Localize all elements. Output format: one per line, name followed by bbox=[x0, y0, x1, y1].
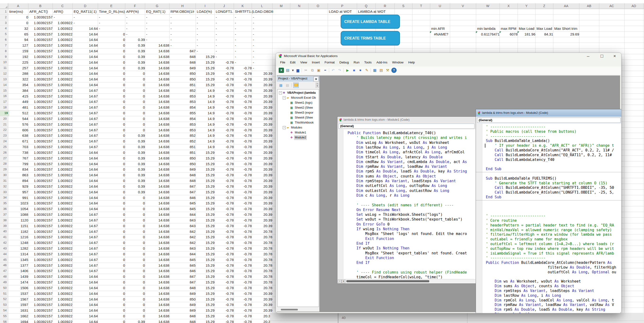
data-cell[interactable]: 1506 bbox=[8, 285, 30, 291]
column-letter[interactable]: A bbox=[17, 3, 19, 9]
data-cell[interactable]: 20.78 bbox=[252, 257, 274, 263]
data-cell[interactable]: 1.00392157 bbox=[28, 263, 54, 268]
menu-item-tools[interactable]: Tools bbox=[362, 60, 374, 66]
data-cell[interactable]: 0 bbox=[125, 223, 146, 229]
data-cell[interactable]: 0.39 bbox=[125, 138, 146, 144]
data-cell[interactable]: 20.39 bbox=[252, 200, 274, 206]
data-cell[interactable]: 14.64 bbox=[72, 76, 100, 82]
data-cell[interactable]: 0 bbox=[98, 263, 127, 268]
data-cell[interactable]: - bbox=[169, 14, 197, 20]
data-cell[interactable]: 0 bbox=[125, 263, 146, 268]
data-cell[interactable]: 20.39 bbox=[252, 138, 274, 144]
maximize-button[interactable]: □ bbox=[597, 53, 606, 59]
data-cell[interactable]: - bbox=[214, 26, 235, 31]
run-icon[interactable]: ▶ bbox=[345, 68, 350, 73]
data-cell[interactable]: - bbox=[196, 14, 216, 20]
data-cell[interactable]: 20.39 bbox=[252, 99, 274, 105]
header-cell[interactable]: AFR() bbox=[52, 9, 74, 14]
data-cell[interactable]: 848 bbox=[169, 313, 197, 319]
data-cell[interactable]: 15.29 bbox=[196, 291, 216, 297]
data-cell[interactable]: 1.003922 bbox=[52, 212, 74, 218]
data-cell[interactable]: -0.78 bbox=[234, 65, 253, 71]
data-cell[interactable]: 20.78 bbox=[252, 285, 274, 291]
project-explorer-icon[interactable]: ▦ bbox=[372, 68, 378, 73]
data-cell[interactable]: 850 bbox=[169, 71, 197, 76]
data-cell[interactable]: 0 bbox=[125, 200, 146, 206]
column-letter[interactable]: E bbox=[110, 3, 112, 9]
data-cell[interactable]: 0 bbox=[125, 110, 146, 116]
data-cell[interactable]: 1.003922 bbox=[52, 280, 74, 285]
data-cell[interactable]: 0 bbox=[98, 313, 127, 319]
module1-code-window[interactable]: lambda & trims from logs.xlsm - Module1 … bbox=[337, 116, 476, 284]
data-cell[interactable]: -0.78 bbox=[214, 195, 235, 201]
data-cell[interactable]: 14.9 bbox=[196, 105, 216, 110]
vba-editor-window[interactable]: Microsoft Visual Basic for Applications … bbox=[276, 52, 622, 313]
data-cell[interactable]: 94 bbox=[8, 37, 30, 43]
tree-item-module2[interactable]: ❖Module2 bbox=[278, 135, 319, 140]
data-cell[interactable]: 1.00392157 bbox=[28, 280, 54, 285]
data-cell[interactable]: -0.78 bbox=[214, 82, 235, 88]
data-cell[interactable]: - bbox=[169, 26, 197, 31]
data-cell[interactable]: 1.00392157 bbox=[28, 37, 54, 43]
data-cell[interactable]: - bbox=[145, 14, 170, 20]
data-cell[interactable]: - bbox=[252, 26, 274, 31]
data-cell[interactable]: 1.003922 bbox=[52, 99, 74, 105]
menu-item-debug[interactable]: Debug bbox=[337, 60, 351, 66]
data-cell[interactable]: -0.78 bbox=[234, 172, 253, 178]
data-cell[interactable]: 1.00392157 bbox=[28, 60, 54, 65]
data-cell[interactable]: 0 bbox=[125, 206, 146, 212]
data-cell[interactable]: - bbox=[98, 26, 126, 31]
data-cell[interactable]: 854 bbox=[169, 116, 197, 122]
data-cell[interactable]: 1.003922 bbox=[52, 31, 74, 37]
data-cell[interactable]: 15.29 bbox=[196, 218, 216, 223]
row-number[interactable]: 6 bbox=[0, 37, 8, 43]
data-cell[interactable]: 1.00392157 bbox=[28, 285, 54, 291]
data-cell[interactable]: 0 bbox=[98, 82, 127, 88]
data-cell[interactable]: - bbox=[252, 60, 274, 65]
data-cell[interactable]: 0 bbox=[98, 48, 127, 54]
cut-icon[interactable]: ✂ bbox=[303, 68, 308, 73]
data-cell[interactable]: 1.003922 bbox=[52, 43, 74, 48]
data-cell[interactable]: -0.78 bbox=[214, 285, 235, 291]
stat-value[interactable]: 0.61176471 bbox=[476, 31, 501, 37]
data-cell[interactable]: 0 bbox=[98, 105, 127, 110]
create-trims-table-button[interactable]: CREATE TRIMS TABLE bbox=[341, 31, 400, 45]
data-cell[interactable]: -0.78 bbox=[234, 229, 253, 235]
data-cell[interactable]: - bbox=[252, 37, 274, 43]
data-cell[interactable]: 853 bbox=[169, 99, 197, 105]
data-cell[interactable]: -0.78 bbox=[214, 60, 235, 65]
data-cell[interactable]: 1.00392157 bbox=[28, 20, 54, 26]
data-cell[interactable]: - bbox=[196, 37, 216, 43]
tree-item-sheet4shee[interactable]: ▦Sheet4 (Shee bbox=[278, 115, 319, 120]
close-button[interactable]: × bbox=[610, 53, 620, 59]
data-cell[interactable]: -0.78 bbox=[234, 133, 253, 138]
stat-value[interactable]: 6078 bbox=[500, 31, 519, 37]
data-cell[interactable]: 0 bbox=[125, 122, 146, 127]
data-cell[interactable]: -0.78 bbox=[234, 93, 253, 99]
paste-icon[interactable]: ▣ bbox=[316, 68, 321, 73]
data-cell[interactable]: 1.003922 bbox=[52, 26, 74, 31]
data-cell[interactable]: 14.67 bbox=[72, 257, 100, 263]
cell-lambda-at-wot[interactable]: LAMBDA at WOT bbox=[357, 9, 405, 14]
data-cell[interactable]: 14.9 bbox=[196, 88, 216, 93]
data-cell[interactable]: 14.638 bbox=[145, 263, 171, 268]
data-cell[interactable]: 638 bbox=[8, 133, 30, 138]
data-cell[interactable]: 14.64 bbox=[72, 172, 100, 178]
data-cell[interactable]: -0.78 bbox=[234, 127, 253, 133]
data-cell[interactable]: 15.29 bbox=[196, 54, 216, 60]
row-number[interactable]: 36 bbox=[0, 206, 8, 212]
data-cell[interactable]: 0 bbox=[98, 110, 127, 116]
data-cell[interactable]: 14.9 bbox=[196, 110, 216, 116]
column-letter[interactable]: M bbox=[280, 3, 283, 9]
data-cell[interactable]: 1.003922 bbox=[52, 37, 74, 43]
data-cell[interactable]: 1.003922 bbox=[52, 257, 74, 263]
data-cell[interactable]: 0 bbox=[125, 82, 146, 88]
data-cell[interactable]: 850 bbox=[169, 297, 197, 302]
toolbox-icon[interactable]: ⚒ bbox=[385, 68, 390, 73]
data-cell[interactable]: 32 bbox=[8, 26, 30, 31]
tree-item-sheet3expor[interactable]: ▦Sheet3 (expor bbox=[278, 110, 319, 115]
data-cell[interactable]: 0 bbox=[125, 127, 146, 133]
data-cell[interactable]: 1.00392157 bbox=[28, 76, 54, 82]
data-cell[interactable]: 14.638 bbox=[145, 200, 171, 206]
column-letter[interactable]: AB bbox=[587, 3, 592, 9]
